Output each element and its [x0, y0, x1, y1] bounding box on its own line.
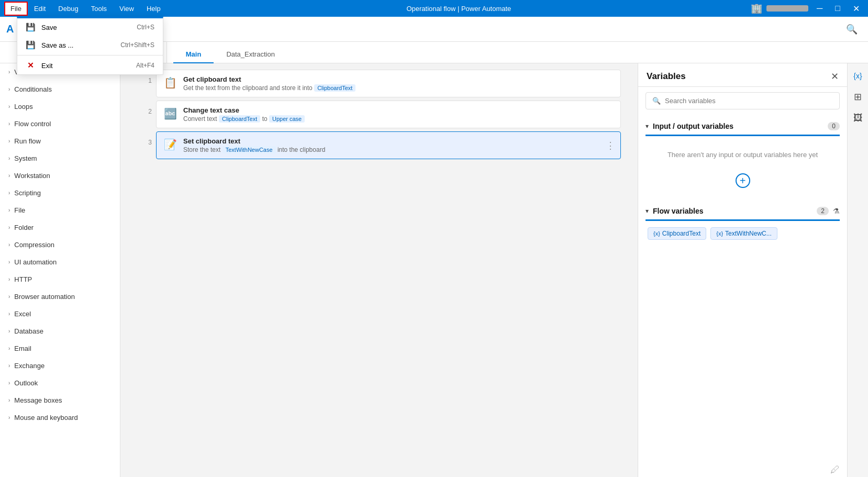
flow-steps-area: 1 📋 Get clipboard text Get the text from…	[120, 63, 638, 477]
chevron-icon: ›	[8, 294, 10, 299]
flow-variables-section-header[interactable]: ▾ Flow variables 2 ⚗	[638, 203, 847, 219]
sidebar-item-exchange[interactable]: › Exchange	[0, 357, 120, 374]
step-more-button[interactable]: ⋮	[606, 140, 615, 151]
menu-tools[interactable]: Tools	[85, 2, 113, 16]
chevron-icon: ›	[8, 121, 10, 127]
save-label: Save	[41, 24, 57, 31]
step-title: Set clipboard text	[183, 137, 613, 145]
menu-debug[interactable]: Debug	[52, 2, 84, 16]
chevron-icon: ›	[8, 69, 10, 75]
side-icons-panel: {x} ⊞ 🖼	[847, 63, 868, 477]
minimize-button[interactable]: ─	[813, 2, 827, 15]
step-card-2[interactable]: 🔤 Change text case Convert text Clipboar…	[156, 101, 621, 128]
flow-variables-count: 2	[817, 207, 829, 215]
sidebar-item-mouse-keyboard[interactable]: › Mouse and keyboard	[0, 409, 120, 426]
var-chip-label: TextWithNewC...	[725, 230, 772, 237]
variables-panel-footer: 🖊	[638, 460, 847, 477]
step-desc: Convert text ClipboardText to Upper case	[183, 115, 613, 123]
sidebar-item-label: Message boxes	[14, 396, 62, 404]
sidebar-item-label: Folder	[14, 224, 34, 231]
step-card-1[interactable]: 📋 Get clipboard text Get the text from t…	[156, 70, 621, 97]
chevron-icon: ›	[8, 242, 10, 248]
add-variable-button[interactable]: +	[736, 173, 750, 188]
sidebar-item-label: Scripting	[14, 189, 41, 197]
var-chip-clipboard[interactable]: {x} ClipboardText	[648, 227, 706, 240]
sidebar-item-compression[interactable]: › Compression	[0, 236, 120, 253]
step-card-3[interactable]: 📝 Set clipboard text Store the text Text…	[156, 131, 621, 159]
sidebar-item-system[interactable]: › System	[0, 150, 120, 167]
collapse-icon: ▾	[646, 123, 649, 130]
sidebar-item-scripting[interactable]: › Scripting	[0, 184, 120, 202]
sidebar-item-browser-automation[interactable]: › Browser automation	[0, 288, 120, 305]
exit-shortcut: Alt+F4	[136, 62, 154, 69]
sidebar-item-workstation[interactable]: › Workstation	[0, 167, 120, 184]
sidebar-item-file[interactable]: › File	[0, 202, 120, 219]
sidebar-item-outlook[interactable]: › Outlook	[0, 374, 120, 392]
save-shortcut: Ctrl+S	[137, 24, 154, 31]
variables-icon-button[interactable]: {x}	[850, 68, 866, 84]
layers-icon-button[interactable]: ⊞	[850, 88, 866, 105]
sidebar-item-flow-control[interactable]: › Flow control	[0, 115, 120, 132]
input-output-section-header[interactable]: ▾ Input / output variables 0	[638, 118, 847, 135]
chevron-icon: ›	[8, 207, 10, 213]
app-logo: A	[6, 23, 14, 35]
sidebar-item-database[interactable]: › Database	[0, 323, 120, 340]
sidebar-item-folder[interactable]: › Folder	[0, 219, 120, 236]
variables-panel-title: Variables	[647, 71, 686, 82]
step-desc: Get the text from the clipboard and stor…	[183, 84, 613, 92]
close-button[interactable]: ✕	[849, 2, 864, 16]
sidebar-item-message-boxes[interactable]: › Message boxes	[0, 392, 120, 409]
file-save-item[interactable]: 💾 Save Ctrl+S	[17, 18, 163, 36]
variables-search-input[interactable]	[665, 97, 833, 105]
input-output-count: 0	[828, 122, 840, 130]
clipboard-get-icon: 📋	[164, 76, 177, 89]
tabs-bar: Main Data_Extraction	[167, 42, 868, 63]
step-variable-2: Upper case	[269, 115, 305, 123]
file-exit-item[interactable]: ✕ Exit Alt+F4	[17, 57, 163, 74]
file-save-as-item[interactable]: 💾 Save as ... Ctrl+Shift+S	[17, 36, 163, 54]
sidebar-item-ui-automation[interactable]: › UI automation	[0, 253, 120, 271]
image-icon-button[interactable]: 🖼	[850, 109, 866, 126]
sidebar-item-run-flow[interactable]: › Run flow	[0, 132, 120, 150]
sidebar-item-label: HTTP	[14, 275, 32, 283]
menu-view[interactable]: View	[113, 2, 140, 16]
filter-icon[interactable]: ⚗	[833, 207, 840, 215]
var-chip-textwithcase[interactable]: {x} TextWithNewC...	[710, 227, 777, 240]
sidebar-item-email[interactable]: › Email	[0, 340, 120, 357]
sidebar-item-loops[interactable]: › Loops	[0, 98, 120, 115]
menu-edit[interactable]: Edit	[28, 2, 52, 16]
sidebar-item-http[interactable]: › HTTP	[0, 271, 120, 288]
chevron-icon: ›	[8, 138, 10, 144]
step-variable: ClipboardText	[314, 84, 355, 92]
step-number: 3	[137, 131, 152, 146]
sidebar-item-label: Exchange	[14, 362, 44, 370]
chevron-icon: ›	[8, 311, 10, 317]
menu-help[interactable]: Help	[140, 2, 167, 16]
input-output-empty-text: There aren't any input or output variabl…	[646, 140, 840, 169]
variables-close-button[interactable]: ✕	[831, 71, 839, 82]
step-title: Get clipboard text	[183, 75, 613, 83]
chevron-icon: ›	[8, 156, 10, 161]
save-as-icon: 💾	[26, 40, 35, 50]
save-as-shortcut: Ctrl+Shift+S	[120, 41, 154, 49]
chevron-icon: ›	[8, 173, 10, 179]
step-variable: ClipboardText	[219, 115, 260, 123]
save-as-label: Save as ...	[41, 41, 73, 49]
chevron-icon: ›	[8, 259, 10, 265]
search-button[interactable]: 🔍	[842, 20, 862, 38]
sidebar-item-label: Database	[14, 327, 43, 335]
variables-search-box[interactable]: 🔍	[646, 92, 840, 109]
sidebar-item-excel[interactable]: › Excel	[0, 305, 120, 323]
chevron-icon: ›	[8, 225, 10, 230]
chevron-icon: ›	[8, 380, 10, 386]
menu-file[interactable]: File	[4, 2, 28, 16]
sidebar-item-label: File	[14, 206, 25, 214]
maximize-button[interactable]: □	[831, 2, 844, 15]
tab-main[interactable]: Main	[173, 46, 214, 64]
sidebar-item-conditionals[interactable]: › Conditionals	[0, 81, 120, 98]
tab-data-extraction[interactable]: Data_Extraction	[214, 46, 287, 64]
chevron-icon: ›	[8, 86, 10, 92]
clear-button[interactable]: 🖊	[830, 464, 840, 475]
step-row: 2 🔤 Change text case Convert text Clipbo…	[137, 101, 621, 128]
sidebar-item-label: Email	[14, 345, 31, 352]
